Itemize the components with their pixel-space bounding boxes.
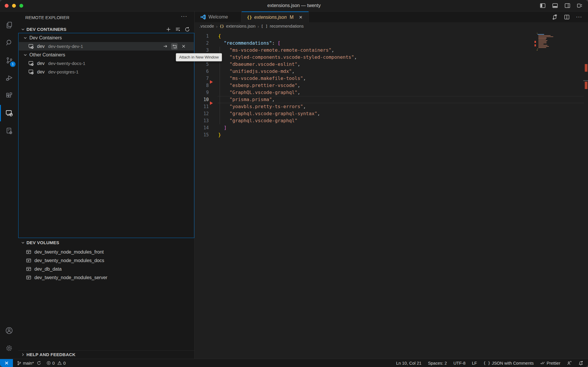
section-dev-containers[interactable]: DEV CONTAINERS <box>18 25 194 33</box>
volume-icon <box>26 266 31 272</box>
toggle-panel-icon[interactable] <box>552 3 558 9</box>
feedback-icon[interactable] <box>567 361 572 366</box>
notifications-bell-icon[interactable] <box>578 361 583 366</box>
line-number[interactable]: 15 <box>195 131 209 138</box>
section-dev-volumes[interactable]: DEV VOLUMES <box>18 239 194 247</box>
git-branch-status[interactable]: main* <box>17 361 41 366</box>
dev-containers-tree: Dev Containersdevdev-twenty-dev-1Other C… <box>18 33 194 238</box>
line-number[interactable]: 11 <box>195 103 209 110</box>
container-item-dev-postgres-1[interactable]: devdev-postgres-1 <box>19 68 194 76</box>
line-number[interactable]: 10 <box>195 96 209 103</box>
toggle-secondary-sidebar-icon[interactable] <box>564 3 570 9</box>
line-number[interactable]: 14 <box>195 124 209 131</box>
code-line-2[interactable]: 2 "recommendations": [ <box>195 40 588 47</box>
chevron-down-icon <box>23 53 28 57</box>
language-mode[interactable]: { } JSON with Comments <box>483 361 534 366</box>
attach-in-new-window-icon[interactable] <box>171 43 178 50</box>
volume-item-dev_twenty_node_modules_front[interactable]: dev_twenty_node_modules_front <box>18 248 194 256</box>
breadcrumbs: .vscode › {} extensions.json › [ ] recom… <box>195 22 588 30</box>
tab-extensions-json[interactable]: {} extensions.json M ✕ <box>242 11 309 22</box>
tree-group-other-containers[interactable]: Other Containers <box>19 51 194 59</box>
code-line-12[interactable]: 12 "graphql.vscode-graphql-syntax", <box>195 110 588 117</box>
indentation[interactable]: Spaces: 2 <box>428 361 447 366</box>
source-control-icon[interactable]: 1 <box>0 53 18 67</box>
problems-status[interactable]: 0 0 <box>46 361 66 366</box>
container-item-dev-twenty-docs-1[interactable]: devdev-twenty-docs-1 <box>19 59 194 68</box>
dev-containers-icon[interactable] <box>0 124 18 138</box>
window-title: extensions.json — twenty <box>0 0 588 11</box>
container-item-dev-twenty-dev-1[interactable]: devdev-twenty-dev-1 <box>19 42 194 51</box>
cursor-position[interactable]: Ln 10, Col 21 <box>396 361 421 366</box>
code-line-1[interactable]: 1{ <box>195 33 588 40</box>
line-number[interactable]: 2 <box>195 40 209 47</box>
tab-welcome[interactable]: Welcome <box>195 11 242 22</box>
code-line-3[interactable]: 3 "ms-vscode-remote.remote-containers", <box>195 47 588 54</box>
line-number[interactable]: 5 <box>195 61 209 68</box>
stop-container-icon[interactable] <box>180 43 187 50</box>
new-container-icon[interactable] <box>166 27 171 32</box>
line-number[interactable]: 1 <box>195 33 209 40</box>
code-editor[interactable]: 1{2 "recommendations": [3 "ms-vscode-rem… <box>195 30 588 359</box>
chevron-down-icon <box>21 240 25 245</box>
code-line-5[interactable]: 5 "dbaeumer.vscode-eslint", <box>195 61 588 68</box>
code-line-9[interactable]: 9 "GraphQL.vscode-graphql", <box>195 89 588 96</box>
json-braces-icon: {} <box>220 24 224 29</box>
code-line-13[interactable]: 13 "graphql.vscode-graphql" <box>195 117 588 124</box>
line-number[interactable]: 6 <box>195 68 209 75</box>
code-line-8[interactable]: 8 "esbenp.prettier-vscode", <box>195 82 588 89</box>
clear-list-icon[interactable] <box>175 27 181 32</box>
run-and-debug-icon[interactable] <box>0 71 18 85</box>
customize-layout-icon[interactable] <box>577 3 583 9</box>
section-help-and-feedback[interactable]: HELP AND FEEDBACK <box>18 350 194 358</box>
editor-more-actions-icon[interactable]: ··· <box>576 14 582 20</box>
remote-indicator[interactable] <box>0 359 13 367</box>
breadcrumb-folder[interactable]: .vscode <box>199 24 214 29</box>
branch-icon <box>17 361 21 366</box>
line-number[interactable]: 3 <box>195 47 209 54</box>
line-number[interactable]: 7 <box>195 75 209 82</box>
sync-icon <box>37 361 41 365</box>
running-container-icon <box>28 69 34 75</box>
encoding[interactable]: UTF-8 <box>453 361 465 366</box>
code-line-7[interactable]: 7 "ms-vscode.makefile-tools", <box>195 75 588 82</box>
settings-gear-icon[interactable] <box>0 341 18 355</box>
explorer-icon[interactable] <box>0 18 18 32</box>
editor-group: Welcome {} extensions.json M ✕ ··· .vsco… <box>195 11 588 359</box>
line-number[interactable]: 9 <box>195 89 209 96</box>
vscode-window: extensions.json — twenty 1 <box>0 0 588 367</box>
attach-in-current-window-icon[interactable] <box>162 43 168 50</box>
code-line-10[interactable]: 10 "prisma.prisma", <box>195 96 588 103</box>
line-number[interactable]: 12 <box>195 110 209 117</box>
search-icon[interactable] <box>0 36 18 50</box>
code-line-11[interactable]: 11 "yoavbls.pretty-ts-errors", <box>195 103 588 110</box>
sidebar-more-actions-icon[interactable]: ··· <box>181 13 187 19</box>
code-line-6[interactable]: 6 "unifiedjs.vscode-mdx", <box>195 68 588 75</box>
tree-group-dev-containers[interactable]: Dev Containers <box>19 33 194 42</box>
volume-item-dev_db_data[interactable]: dev_db_data <box>18 265 194 273</box>
volume-item-dev_twenty_node_modules_server[interactable]: dev_twenty_node_modules_server <box>18 273 194 282</box>
toggle-primary-sidebar-icon[interactable] <box>540 3 546 9</box>
vscode-logo-icon <box>201 14 206 20</box>
volume-item-dev_twenty_node_modules_docs[interactable]: dev_twenty_node_modules_docs <box>18 256 194 265</box>
formatter-status[interactable]: Prettier <box>540 361 560 366</box>
breadcrumb-file[interactable]: extensions.json <box>226 24 255 29</box>
chevron-down-icon <box>23 36 28 40</box>
breadcrumb-symbol[interactable]: recommendations <box>270 24 304 29</box>
open-changes-icon[interactable] <box>552 14 558 20</box>
accounts-icon[interactable] <box>0 324 18 338</box>
line-number[interactable]: 8 <box>195 82 209 89</box>
tooltip-attach-in-new-window: Attach in New Window <box>176 53 222 61</box>
line-number[interactable]: 13 <box>195 117 209 124</box>
sidebar-remote-explorer: REMOTE EXPLORER ··· DEV CONTAINERS Dev C… <box>18 11 195 359</box>
code-line-14[interactable]: 14 ] <box>195 124 588 131</box>
errors-icon <box>46 361 51 365</box>
code-line-4[interactable]: 4 "styled-components.vscode-styled-compo… <box>195 54 588 61</box>
extensions-icon[interactable] <box>0 88 18 103</box>
code-line-15[interactable]: 15} <box>195 131 588 138</box>
split-editor-icon[interactable] <box>564 14 570 20</box>
json-braces-icon: {} <box>247 15 252 20</box>
refresh-icon[interactable] <box>185 27 190 32</box>
eol-sequence[interactable]: LF <box>472 361 477 366</box>
close-tab-icon[interactable]: ✕ <box>299 15 303 20</box>
remote-explorer-icon[interactable] <box>0 106 18 120</box>
